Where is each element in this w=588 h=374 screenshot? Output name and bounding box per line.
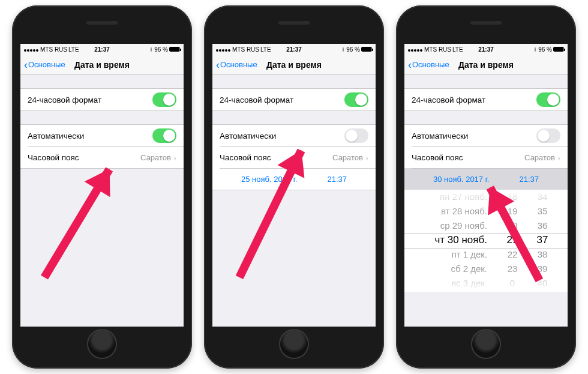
picker-option[interactable]: 35 [538, 204, 548, 219]
picker-option[interactable]: 23 [508, 262, 518, 276]
picker-option[interactable]: вт 28 нояб. [441, 204, 487, 219]
screen: MTS RUS LTE 21:37 ᚼ 96 % ‹ Основные Дата… [20, 44, 184, 327]
bluetooth-icon: ᚼ [149, 46, 153, 53]
back-label: Основные [28, 60, 65, 69]
battery-icon [361, 47, 372, 52]
chevron-left-icon: ‹ [216, 59, 220, 70]
back-button[interactable]: ‹ Основные [216, 59, 257, 70]
network-label: LTE [68, 46, 79, 53]
phone-mockup-3: MTS RUS LTE 21:37 ᚼ 96 % ‹ Основные Дата… [396, 5, 576, 369]
page-title: Дата и время [458, 60, 514, 70]
chevron-right-icon: › [365, 152, 368, 163]
picker-option-selected[interactable]: 37 [537, 233, 548, 247]
timezone-value: Саратов [332, 153, 363, 162]
screen: MTS RUS LTE 21:37 ᚼ 96 % ‹ Основные Дата… [212, 44, 376, 327]
signal-icon [408, 46, 423, 53]
timezone-value: Саратов [524, 153, 555, 162]
current-time: 21:37 [327, 175, 347, 184]
picker-option[interactable]: 38 [538, 247, 548, 262]
battery-pct: 96 % [346, 46, 360, 53]
chevron-left-icon: ‹ [24, 59, 28, 70]
status-time: 21:37 [94, 46, 110, 53]
picker-option[interactable]: 0 [510, 276, 515, 291]
bluetooth-icon: ᚼ [533, 46, 537, 53]
toggle-24hour[interactable] [152, 92, 176, 107]
picker-option[interactable]: 22 [508, 247, 518, 262]
status-bar: MTS RUS LTE 21:37 ᚼ 96 % [404, 44, 568, 55]
toggle-24hour[interactable] [344, 92, 368, 107]
picker-option[interactable]: 34 [538, 190, 548, 204]
chevron-right-icon: › [173, 152, 176, 163]
picker-option-selected[interactable]: чт 30 нояб. [434, 233, 487, 247]
row-label: 24-часовой формат [28, 95, 101, 104]
row-label: 24-часовой формат [220, 95, 293, 104]
timezone-value: Саратов [140, 153, 171, 162]
carrier-label: MTS RUS [424, 46, 451, 53]
battery-pct: 96 % [154, 46, 168, 53]
group-hour24: 24-часовой формат [404, 88, 568, 111]
carrier-label: MTS RUS [232, 46, 259, 53]
picker-option[interactable]: вс 3 дек. [451, 276, 487, 291]
back-label: Основные [412, 60, 449, 69]
row-label: Автоматически [28, 131, 84, 140]
group-hour24: 24-часовой формат [212, 88, 376, 111]
group-hour24: 24-часовой формат [20, 88, 184, 111]
back-button[interactable]: ‹ Основные [24, 59, 65, 70]
screen: MTS RUS LTE 21:37 ᚼ 96 % ‹ Основные Дата… [404, 44, 568, 327]
chevron-left-icon: ‹ [408, 59, 412, 70]
toggle-auto[interactable] [344, 128, 368, 143]
battery-pct: 96 % [538, 46, 552, 53]
navbar: ‹ Основные Дата и время [404, 55, 568, 75]
signal-icon [216, 46, 231, 53]
current-date: 30 нояб. 2017 г. [433, 175, 490, 184]
navbar: ‹ Основные Дата и время [20, 55, 184, 75]
row-auto: Автоматически [20, 125, 184, 146]
picker-option[interactable]: 36 [538, 219, 548, 233]
carrier-label: MTS RUS [40, 46, 67, 53]
phone-mockup-2: MTS RUS LTE 21:37 ᚼ 96 % ‹ Основные Дата… [204, 5, 384, 369]
current-time: 21:37 [519, 175, 539, 184]
status-bar: MTS RUS LTE 21:37 ᚼ 96 % [212, 44, 376, 55]
status-bar: MTS RUS LTE 21:37 ᚼ 96 % [20, 44, 184, 55]
signal-icon [24, 46, 39, 53]
row-timezone[interactable]: Часовой пояс Саратов › [404, 146, 568, 168]
bluetooth-icon: ᚼ [341, 46, 345, 53]
network-label: LTE [452, 46, 463, 53]
toggle-24hour[interactable] [536, 92, 560, 107]
row-datetime[interactable]: 30 нояб. 2017 г. 21:37 [404, 168, 568, 190]
status-time: 21:37 [286, 46, 302, 53]
picker-option[interactable]: пт 1 дек. [452, 247, 488, 262]
group-auto: Автоматически Часовой пояс Саратов › [20, 124, 184, 169]
battery-icon [553, 47, 564, 52]
row-label: Автоматически [220, 131, 276, 140]
row-24hour: 24-часовой формат [20, 89, 184, 110]
toggle-auto[interactable] [536, 128, 560, 143]
phone-mockup-1: MTS RUS LTE 21:37 ᚼ 96 % ‹ Основные Дата… [12, 5, 192, 369]
battery-icon [169, 47, 180, 52]
group-auto: Автоматически Часовой пояс Саратов › 30 … [404, 124, 568, 190]
row-label: Часовой пояс [220, 153, 271, 162]
row-24hour: 24-часовой формат [212, 89, 376, 110]
row-auto: Автоматически [212, 125, 376, 146]
row-label: Автоматически [412, 131, 468, 140]
picker-option[interactable]: сб 2 дек. [451, 262, 487, 276]
row-label: Часовой пояс [412, 153, 463, 162]
row-auto: Автоматически [404, 125, 568, 146]
row-24hour: 24-часовой формат [404, 89, 568, 110]
navbar: ‹ Основные Дата и время [212, 55, 376, 75]
row-label: Часовой пояс [28, 153, 79, 162]
back-button[interactable]: ‹ Основные [408, 59, 449, 70]
picker-date-column[interactable]: пн 27 нояб. вт 28 нояб. ср 29 нояб. чт 3… [415, 190, 487, 292]
network-label: LTE [260, 46, 271, 53]
toggle-auto[interactable] [152, 128, 176, 143]
page-title: Дата и время [74, 60, 130, 70]
back-label: Основные [220, 60, 257, 69]
page-title: Дата и время [266, 60, 322, 70]
picker-option[interactable]: ср 29 нояб. [440, 219, 487, 233]
chevron-right-icon: › [557, 152, 560, 163]
annotation-arrow [41, 167, 113, 279]
status-time: 21:37 [478, 46, 494, 53]
row-label: 24-часовой формат [412, 95, 485, 104]
